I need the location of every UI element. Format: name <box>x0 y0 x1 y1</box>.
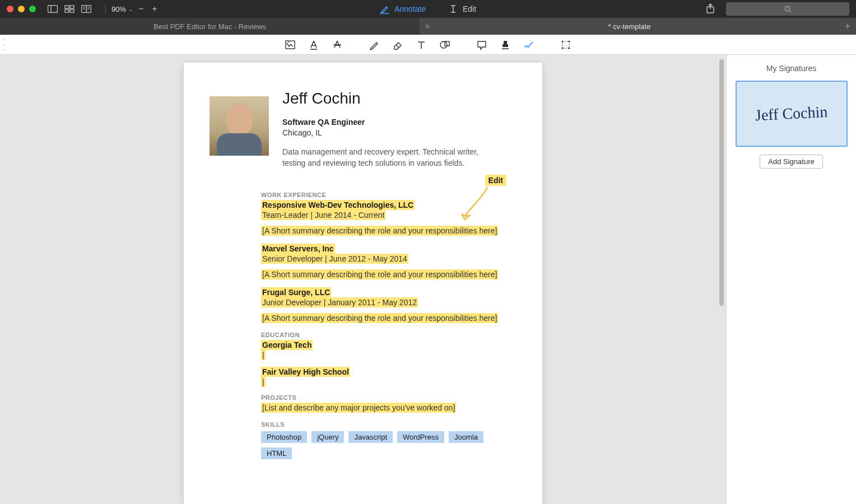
svg-point-14 <box>785 6 789 11</box>
projects-desc: [List and describe any major projects yo… <box>261 403 517 412</box>
select-tool[interactable] <box>560 39 572 51</box>
main-area: Jeff Cochin Software QA Engineer Chicago… <box>0 55 856 504</box>
annotate-label: Annotate <box>394 4 426 13</box>
text-tool[interactable] <box>415 39 427 51</box>
svg-rect-4 <box>65 10 69 12</box>
window-controls <box>7 6 36 12</box>
signatures-panel: My Signatures Jeff Cochin Add Signature <box>726 55 856 504</box>
edu-meta: | <box>261 351 517 360</box>
tab-label: Best PDF Editor for Mac - Reviews <box>153 22 266 31</box>
skills-list: PhotoshopjQueryJavascriptWordPressJoomla… <box>261 431 517 459</box>
svg-rect-2 <box>65 6 69 8</box>
close-window-button[interactable] <box>7 6 13 12</box>
skill-tag: Javascript <box>348 431 393 443</box>
search-input[interactable] <box>726 2 849 16</box>
view-mode-group <box>47 4 92 13</box>
shape-tool[interactable] <box>439 39 451 51</box>
job-company: Marvel Servers, Inc <box>261 244 517 253</box>
annotation-toolbar <box>0 35 856 55</box>
tab-label: * cv-template <box>608 22 651 31</box>
toolbar-handle-icon[interactable] <box>3 39 7 50</box>
search-icon <box>784 6 792 13</box>
profile-bio: Data management and recovery expert. Tec… <box>282 146 495 169</box>
edit-label: Edit <box>463 4 476 13</box>
edit-icon <box>448 4 458 14</box>
stamp-tool[interactable] <box>499 39 511 51</box>
skills-label: SKILLS <box>261 421 517 428</box>
mode-switcher: Annotate Edit <box>380 4 476 14</box>
pdf-page: Jeff Cochin Software QA Engineer Chicago… <box>184 63 542 504</box>
document-canvas[interactable]: Jeff Cochin Software QA Engineer Chicago… <box>0 55 726 504</box>
svg-line-19 <box>396 45 399 48</box>
signature-preview: Jeff Cochin <box>755 103 829 125</box>
note-tool[interactable] <box>476 39 488 51</box>
job-meta: Junior Developer | January 2011 - May 20… <box>261 298 517 307</box>
zoom-in-button[interactable]: + <box>150 4 160 14</box>
svg-rect-3 <box>70 6 74 8</box>
svg-rect-27 <box>562 41 569 48</box>
thumbnail-view-icon[interactable] <box>64 4 75 13</box>
annotate-mode-button[interactable]: Annotate <box>380 4 426 14</box>
arrow-annotation <box>459 185 493 222</box>
annotate-icon <box>380 4 390 14</box>
projects-label: PROJECTS <box>261 394 517 401</box>
profile-role: Software QA Engineer <box>282 118 495 127</box>
profile-photo <box>210 96 269 156</box>
strikethrough-tool[interactable] <box>331 39 343 51</box>
underline-tool[interactable] <box>308 39 320 51</box>
svg-point-20 <box>440 41 447 48</box>
zoom-out-button[interactable]: − <box>136 4 146 14</box>
signature-card[interactable]: Jeff Cochin <box>736 81 848 147</box>
job-desc: [A Short summary describing the role and… <box>261 226 517 235</box>
job-meta: Senior Developer | June 2012 - May 2014 <box>261 254 517 263</box>
job-desc: [A Short summary describing the role and… <box>261 314 517 323</box>
right-tools <box>706 2 849 16</box>
edit-annotation[interactable]: Edit <box>485 175 506 186</box>
profile-name: Jeff Cochin <box>282 90 495 108</box>
svg-rect-0 <box>48 6 58 13</box>
new-tab-button[interactable]: + <box>839 18 856 35</box>
highlight-tool[interactable] <box>284 39 296 51</box>
tab-cv-template[interactable]: × * cv-template <box>420 18 839 35</box>
profile-location: Chicago, IL <box>282 128 495 137</box>
scrollbar[interactable] <box>719 59 724 306</box>
pen-tool[interactable] <box>368 39 380 51</box>
signature-tool[interactable] <box>523 39 535 51</box>
edit-mode-button[interactable]: Edit <box>448 4 476 14</box>
add-signature-button[interactable]: Add Signature <box>760 155 822 169</box>
education-label: EDUCATION <box>261 332 517 338</box>
skill-tag: Joomla <box>449 431 483 443</box>
job-desc: [A Short summary describing the role and… <box>261 270 517 279</box>
divider <box>105 4 106 14</box>
skill-tag: Photoshop <box>261 431 307 443</box>
titlebar: 90%⌄ − + Annotate Edit <box>0 0 856 18</box>
skill-tag: HTML <box>261 447 292 459</box>
cv-content: Edit WORK EXPERIENCE Responsive Web-Dev … <box>261 192 517 459</box>
maximize-window-button[interactable] <box>29 6 36 12</box>
tab-reviews[interactable]: Best PDF Editor for Mac - Reviews <box>0 18 420 35</box>
job-company: Frugal Surge, LLC <box>261 288 517 297</box>
share-button[interactable] <box>706 3 715 15</box>
svg-rect-5 <box>70 10 74 12</box>
chevron-down-icon: ⌄ <box>128 6 133 12</box>
two-page-view-icon[interactable] <box>81 4 92 13</box>
skill-tag: jQuery <box>311 431 344 443</box>
edu-meta: | <box>261 377 517 386</box>
eraser-tool[interactable] <box>392 39 404 51</box>
zoom-dropdown[interactable]: 90%⌄ <box>111 5 133 13</box>
sidebar-toggle-icon[interactable] <box>47 4 58 13</box>
close-tab-button[interactable]: × <box>425 22 430 31</box>
skill-tag: WordPress <box>397 431 444 443</box>
svg-line-15 <box>789 10 791 12</box>
edu-school: Georgia Tech <box>261 340 517 349</box>
tab-bar: Best PDF Editor for Mac - Reviews × * cv… <box>0 18 856 35</box>
edu-school: Fair Valley High School <box>261 367 517 376</box>
signatures-title: My Signatures <box>736 64 847 73</box>
minimize-window-button[interactable] <box>18 6 25 12</box>
zoom-control: 90%⌄ − + <box>111 4 160 14</box>
